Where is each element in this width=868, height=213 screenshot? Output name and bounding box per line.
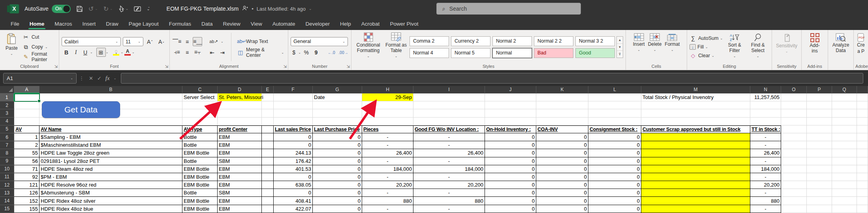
last-modified-text[interactable]: Last Modified: 4h ago: [257, 6, 306, 12]
align-left-button[interactable]: ⫞≡: [172, 48, 182, 57]
cell-B4[interactable]: [39, 118, 182, 125]
name-box[interactable]: A1 ⌄: [3, 73, 77, 84]
cell-D7[interactable]: EBM: [218, 141, 262, 149]
cell-G11[interactable]: 0: [313, 173, 362, 181]
cell-style-normal-4[interactable]: Normal 4: [410, 48, 449, 58]
cell-E1[interactable]: [262, 93, 274, 101]
cell-G13[interactable]: 0: [313, 189, 362, 197]
menu-tab-home[interactable]: Home: [24, 19, 50, 30]
cell-H7[interactable]: -: [362, 141, 413, 149]
cell-H1[interactable]: 29-Sep: [362, 93, 413, 101]
cell-E7[interactable]: [262, 141, 274, 149]
cell-style-normal-2[interactable]: Normal 2: [492, 36, 532, 46]
cell-K10[interactable]: 0: [536, 165, 588, 173]
cell-L3[interactable]: [588, 109, 641, 117]
row-header-4[interactable]: 4: [0, 118, 14, 125]
cell-D5[interactable]: profit Center: [218, 125, 262, 133]
cell-I11[interactable]: -: [413, 173, 485, 181]
cell-J15[interactable]: 0: [485, 205, 536, 213]
row-header-6[interactable]: 6: [0, 133, 14, 141]
column-header-Q[interactable]: Q: [832, 86, 857, 93]
conditional-formatting-button[interactable]: Conditional Formatting ⌄: [354, 32, 383, 62]
undo-button[interactable]: ↺⌄: [88, 5, 98, 13]
menu-tab-file[interactable]: File: [6, 19, 24, 30]
cell-F5[interactable]: Last sales Price: [274, 125, 313, 133]
cell-I13[interactable]: -: [413, 189, 485, 197]
cell-O8[interactable]: [781, 149, 807, 157]
row-header-8[interactable]: 8: [0, 149, 14, 157]
cell-A2[interactable]: [14, 101, 39, 109]
cell-K8[interactable]: 0: [536, 149, 588, 157]
cell-A9[interactable]: 56: [14, 157, 39, 165]
cell-K15[interactable]: 0: [536, 205, 588, 213]
column-header-M[interactable]: M: [641, 86, 750, 93]
row-header-10[interactable]: 10: [0, 165, 14, 173]
cell-style-bad[interactable]: Bad: [534, 48, 573, 58]
cell-F15[interactable]: 422.07: [274, 205, 313, 213]
cell-P15[interactable]: [807, 205, 832, 213]
cell-N15[interactable]: -: [750, 205, 781, 213]
column-header-I[interactable]: I: [413, 86, 485, 93]
sensitivity-button[interactable]: Sensitivity ⌄: [773, 32, 800, 62]
cell-N12[interactable]: 20,200: [750, 181, 781, 189]
menu-tab-insert[interactable]: Insert: [77, 19, 101, 30]
cell-L12[interactable]: 0: [588, 181, 641, 189]
row-header-12[interactable]: 12: [0, 181, 14, 189]
underline-button[interactable]: U: [81, 48, 90, 57]
row-header-5[interactable]: 5: [0, 125, 14, 133]
menu-tab-draw[interactable]: Draw: [101, 19, 124, 30]
cell-x15[interactable]: [857, 205, 868, 213]
cell-E4[interactable]: [262, 118, 274, 125]
column-header-L[interactable]: L: [588, 86, 641, 93]
cell-G3[interactable]: [313, 109, 362, 117]
cell-C5[interactable]: AV Type: [182, 125, 218, 133]
cell-L11[interactable]: 0: [588, 173, 641, 181]
cell-M14[interactable]: [641, 197, 750, 205]
column-header-H[interactable]: H: [362, 86, 413, 93]
cell-C8[interactable]: EBM Bottle: [182, 149, 218, 157]
row-header-11[interactable]: 11: [0, 173, 14, 181]
menu-tab-review[interactable]: Review: [218, 19, 245, 30]
cell-style-good[interactable]: Good: [575, 48, 615, 58]
cell-G2[interactable]: [313, 101, 362, 109]
number-dialog-launcher[interactable]: ⇲: [347, 64, 350, 69]
cell-Q8[interactable]: [832, 149, 857, 157]
cell-N10[interactable]: 184,000: [750, 165, 781, 173]
cell-N3[interactable]: [750, 109, 781, 117]
cell-x11[interactable]: [857, 173, 868, 181]
cell-P14[interactable]: [807, 197, 832, 205]
menu-tab-acrobat[interactable]: Acrobat: [356, 19, 385, 30]
cell-D6[interactable]: EBM: [218, 133, 262, 141]
active-cell-selection[interactable]: [14, 93, 40, 102]
menu-tab-formulas[interactable]: Formulas: [164, 19, 196, 30]
analyze-data-button[interactable]: Analyze Data: [830, 32, 851, 62]
cell-L8[interactable]: 0: [588, 149, 641, 157]
cell-A3[interactable]: [14, 109, 39, 117]
save-icon[interactable]: [76, 6, 83, 12]
redo-button[interactable]: ↻⌄: [103, 5, 113, 13]
cell-J11[interactable]: 0: [485, 173, 536, 181]
cell-B8[interactable]: HDPE Law Toggle 28oz green: [39, 149, 182, 157]
cell-E8[interactable]: [262, 149, 274, 157]
cell-L5[interactable]: Consignment Stock :: [588, 125, 641, 133]
increase-font-button[interactable]: A⌃: [145, 37, 155, 46]
cell-P3[interactable]: [807, 109, 832, 117]
cell-G15[interactable]: 0: [313, 205, 362, 213]
cell-L1[interactable]: [588, 93, 641, 101]
cell-style-comma-2[interactable]: Comma 2: [410, 36, 449, 46]
cell-A7[interactable]: 2: [14, 141, 39, 149]
cell-O12[interactable]: [781, 181, 807, 189]
cell-N5[interactable]: TT in Stock :: [750, 125, 781, 133]
cell-L13[interactable]: 0: [588, 189, 641, 197]
cell-P10[interactable]: [807, 165, 832, 173]
cell-O13[interactable]: [781, 189, 807, 197]
cell-F6[interactable]: 0: [274, 133, 313, 141]
menu-tab-developer[interactable]: Developer: [301, 19, 335, 30]
cell-H6[interactable]: -: [362, 133, 413, 141]
cell-H14[interactable]: 880: [362, 197, 413, 205]
cell-Q4[interactable]: [832, 118, 857, 125]
cell-F8[interactable]: 244.13: [274, 149, 313, 157]
column-header-P[interactable]: P: [807, 86, 832, 93]
cell-B7[interactable]: $Maschinenstillstand EBM: [39, 141, 182, 149]
cell-H4[interactable]: [362, 118, 413, 125]
